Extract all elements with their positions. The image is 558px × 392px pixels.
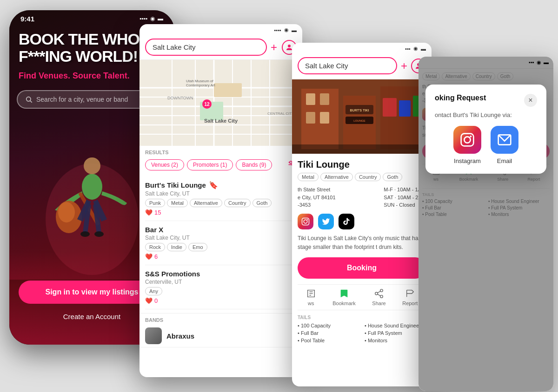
bookmark-pin-burts: 🔖 bbox=[209, 181, 218, 189]
svg-point-64 bbox=[380, 295, 383, 298]
venue-detail-content: Tiki Lounge Metal Alternative Country Go… bbox=[292, 154, 432, 351]
tiktok-icon[interactable] bbox=[339, 214, 354, 229]
genre-tags-barx: Rock Indie Emo bbox=[145, 243, 297, 251]
search-value-2: Salt Lake City bbox=[153, 43, 196, 51]
modal-subtitle: ontact Burt's Tiki Lounge via: bbox=[435, 111, 537, 118]
status-bar-3: ▪▪▪ ◉ ▬ bbox=[292, 43, 432, 52]
venue-detail-genres: Metal Alternative Country Goth bbox=[298, 173, 426, 181]
venue-name-barx: Bar X bbox=[145, 226, 297, 234]
venue-item-burts[interactable]: Burt's Tiki Lounge 🔖 Salt Lake City, UT … bbox=[145, 176, 297, 221]
details-cols: • 100 Capacity • Full Bar • Pool Table •… bbox=[298, 323, 426, 345]
genre-tags-ss: Any bbox=[145, 287, 297, 295]
svg-line-65 bbox=[378, 294, 380, 296]
details-section: TAILS • 100 Capacity • Full Bar • Pool T… bbox=[298, 310, 426, 345]
svg-point-4 bbox=[84, 157, 100, 174]
booking-button[interactable]: Booking bbox=[298, 257, 426, 279]
svg-text:12: 12 bbox=[204, 102, 210, 107]
action-news[interactable]: ws bbox=[306, 288, 316, 306]
genre-goth: Goth bbox=[252, 199, 272, 207]
band-item-abraxus[interactable]: Abraxus bbox=[140, 325, 302, 347]
search-input-3[interactable]: Salt Lake City bbox=[298, 57, 397, 74]
detail-sound: • House Sound Engineer bbox=[365, 323, 426, 328]
band-avatar bbox=[145, 327, 162, 344]
venue-name-ss: S&S Promotions bbox=[145, 270, 297, 278]
venue-description: Tiki Lounge is Salt Lake City's only mus… bbox=[298, 234, 426, 252]
search-bar-2: Salt Lake City + bbox=[145, 39, 297, 56]
contact-email-label: Email bbox=[497, 157, 512, 164]
guitarist-svg bbox=[36, 126, 148, 275]
screen4-phone: ▪▪▪ ◉ ▬ Metal Alternative Country Goth t… bbox=[418, 57, 553, 391]
search-placeholder-1: Search for a city, venue or band bbox=[36, 96, 128, 103]
signal-icon-3: ▪▪▪ bbox=[405, 46, 411, 52]
action-share[interactable]: Share bbox=[372, 288, 385, 306]
genre-country: Country bbox=[224, 199, 251, 207]
detail-monitors: • Monitors bbox=[365, 338, 426, 343]
details-col-right: • House Sound Engineer • Full PA System … bbox=[365, 323, 426, 345]
venue-item-barx[interactable]: Bar X Salt Lake City, UT Rock Indie Emo … bbox=[145, 221, 297, 265]
add-icon-3[interactable]: + bbox=[401, 59, 407, 72]
bookmark-icon bbox=[339, 288, 349, 299]
action-report[interactable]: Report bbox=[402, 288, 418, 306]
action-share-label: Share bbox=[372, 301, 385, 306]
genre-any: Any bbox=[145, 287, 162, 295]
filter-promoters[interactable]: Promoters (1) bbox=[187, 159, 233, 170]
heart-icon-ss: ❤️ bbox=[145, 297, 153, 304]
battery-icon-2: ▬ bbox=[292, 27, 297, 33]
filter-chips: Venues (2) Promoters (1) Bands (9) bbox=[145, 159, 297, 170]
svg-rect-25 bbox=[214, 83, 242, 97]
share-icon bbox=[374, 288, 384, 299]
bands-label: BANDS bbox=[140, 313, 302, 325]
svg-text:DOWNTOWN: DOWNTOWN bbox=[167, 96, 193, 100]
detail-pa: • Full PA System bbox=[365, 330, 426, 336]
svg-text:LOUNGE: LOUNGE bbox=[353, 119, 365, 122]
signal-icon-2: ▪▪▪▪ bbox=[274, 27, 281, 33]
svg-rect-45 bbox=[320, 93, 329, 105]
details-col-left: • 100 Capacity • Full Bar • Pool Table bbox=[298, 323, 359, 345]
twitter-icon[interactable] bbox=[318, 214, 334, 229]
genre-indie: Indie bbox=[167, 243, 186, 251]
svg-text:Utah Museum of: Utah Museum of bbox=[186, 79, 213, 83]
search-input-2[interactable]: Salt Lake City bbox=[145, 39, 267, 56]
detail-genre-goth: Goth bbox=[383, 173, 402, 181]
screen2-header: Salt Lake City + bbox=[140, 34, 302, 60]
svg-rect-52 bbox=[383, 98, 397, 117]
modal-close-button[interactable]: × bbox=[524, 94, 537, 107]
contact-option-instagram[interactable]: Instagram bbox=[453, 126, 481, 164]
svg-text:Contemporary Art: Contemporary Art bbox=[186, 83, 215, 87]
ig-svg bbox=[301, 217, 310, 226]
report-icon bbox=[405, 288, 415, 299]
instagram-icon[interactable] bbox=[298, 214, 313, 229]
venue-city-ss: Centerville, UT bbox=[145, 279, 297, 285]
action-bookmark[interactable]: Bookmark bbox=[332, 288, 356, 306]
svg-rect-56 bbox=[302, 218, 309, 225]
results-label: RESULTS bbox=[145, 150, 297, 155]
status-icons-1: ▪▪▪▪ ◉ ▬ bbox=[140, 15, 163, 22]
action-bookmark-label: Bookmark bbox=[332, 301, 356, 306]
contact-option-email[interactable]: Email bbox=[491, 126, 518, 164]
svg-point-79 bbox=[470, 136, 472, 137]
heart-count-burts: ❤️ 15 bbox=[145, 209, 297, 216]
venue-item-ss[interactable]: S&S Promotions Centerville, UT Any ❤️ 0 bbox=[145, 265, 297, 309]
filter-bands[interactable]: Bands (9) bbox=[236, 159, 272, 170]
filter-venues[interactable]: Venues (2) bbox=[145, 159, 184, 170]
detail-genre-metal: Metal bbox=[298, 173, 319, 181]
action-report-label: Report bbox=[402, 301, 418, 306]
action-news-label: ws bbox=[308, 301, 314, 306]
add-icon[interactable]: + bbox=[271, 41, 277, 54]
detail-bar: • Full Bar bbox=[298, 330, 359, 336]
detail-genre-country: Country bbox=[355, 173, 381, 181]
genre-alt: Alternative bbox=[190, 199, 222, 207]
venue-info-row: th State Street e City, UT 84101 -3453 M… bbox=[298, 186, 426, 209]
genre-tags-burts: Punk Metal Alternative Country Goth bbox=[145, 199, 297, 207]
venue-photo-svg: BURT'S TIKI LOUNGE bbox=[292, 79, 432, 154]
search-value-3: Salt Lake City bbox=[305, 62, 348, 70]
status-bar-2: ▪▪▪▪ ◉ ▬ bbox=[140, 24, 302, 34]
modal-title: oking Request bbox=[435, 94, 524, 102]
results-section: RESULTS Venues (2) Promoters (1) Bands (… bbox=[140, 146, 302, 313]
screen2-phone: ▪▪▪▪ ◉ ▬ Salt Lake City + bbox=[140, 24, 302, 377]
svg-point-3 bbox=[82, 174, 102, 200]
detail-pool: • Pool Table bbox=[298, 338, 359, 343]
svg-text:BURT'S TIKI: BURT'S TIKI bbox=[350, 109, 369, 112]
wifi-icon-3: ◉ bbox=[413, 46, 418, 52]
svg-rect-53 bbox=[399, 100, 411, 117]
